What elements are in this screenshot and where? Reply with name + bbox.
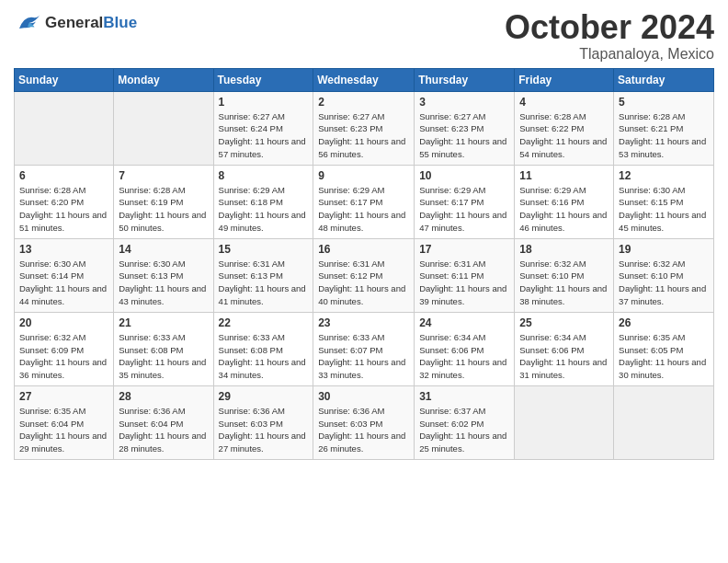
day-number: 28 — [119, 390, 208, 403]
calendar-cell: 25Sunrise: 6:34 AMSunset: 6:06 PMDayligh… — [515, 312, 614, 385]
day-info: Sunrise: 6:32 AMSunset: 6:09 PMDaylight:… — [19, 331, 108, 382]
header-friday: Friday — [515, 68, 614, 91]
day-number: 19 — [619, 243, 709, 256]
calendar-cell: 18Sunrise: 6:32 AMSunset: 6:10 PMDayligh… — [515, 238, 614, 312]
day-number: 17 — [419, 243, 509, 256]
day-info: Sunrise: 6:28 AMSunset: 6:19 PMDaylight:… — [119, 184, 208, 235]
calendar-cell: 29Sunrise: 6:36 AMSunset: 6:03 PMDayligh… — [213, 385, 313, 459]
calendar-cell: 21Sunrise: 6:33 AMSunset: 6:08 PMDayligh… — [114, 312, 213, 385]
week-row-5: 27Sunrise: 6:35 AMSunset: 6:04 PMDayligh… — [15, 385, 714, 459]
calendar-cell: 17Sunrise: 6:31 AMSunset: 6:11 PMDayligh… — [415, 238, 515, 312]
day-info: Sunrise: 6:28 AMSunset: 6:21 PMDaylight:… — [619, 110, 709, 161]
day-info: Sunrise: 6:34 AMSunset: 6:06 PMDaylight:… — [519, 331, 609, 382]
calendar-header: Sunday Monday Tuesday Wednesday Thursday… — [15, 68, 714, 91]
day-number: 8 — [219, 169, 309, 182]
page-container: GeneralBlue October 2024 Tlapanaloya, Me… — [0, 0, 728, 469]
header-saturday: Saturday — [614, 68, 714, 91]
day-number: 20 — [19, 316, 108, 329]
day-info: Sunrise: 6:27 AMSunset: 6:23 PMDaylight:… — [419, 110, 509, 161]
day-number: 4 — [519, 96, 609, 109]
day-info: Sunrise: 6:33 AMSunset: 6:08 PMDaylight:… — [219, 331, 309, 382]
calendar-cell: 10Sunrise: 6:29 AMSunset: 6:17 PMDayligh… — [415, 165, 515, 238]
calendar-cell: 1Sunrise: 6:27 AMSunset: 6:24 PMDaylight… — [213, 91, 313, 165]
day-info: Sunrise: 6:30 AMSunset: 6:13 PMDaylight:… — [119, 258, 208, 308]
day-number: 11 — [519, 169, 609, 182]
calendar-cell: 3Sunrise: 6:27 AMSunset: 6:23 PMDaylight… — [415, 91, 515, 165]
week-row-1: 1Sunrise: 6:27 AMSunset: 6:24 PMDaylight… — [15, 91, 714, 165]
day-number: 30 — [318, 390, 409, 403]
logo-text: GeneralBlue — [45, 14, 137, 32]
day-info: Sunrise: 6:29 AMSunset: 6:16 PMDaylight:… — [519, 184, 609, 235]
week-row-3: 13Sunrise: 6:30 AMSunset: 6:14 PMDayligh… — [15, 238, 714, 312]
day-number: 21 — [119, 316, 208, 329]
day-number: 27 — [19, 390, 108, 403]
calendar-cell: 12Sunrise: 6:30 AMSunset: 6:15 PMDayligh… — [614, 165, 714, 238]
day-info: Sunrise: 6:33 AMSunset: 6:07 PMDaylight:… — [318, 331, 409, 382]
calendar-cell: 16Sunrise: 6:31 AMSunset: 6:12 PMDayligh… — [313, 238, 415, 312]
week-row-4: 20Sunrise: 6:32 AMSunset: 6:09 PMDayligh… — [15, 312, 714, 385]
day-info: Sunrise: 6:27 AMSunset: 6:24 PMDaylight:… — [219, 110, 309, 161]
day-number: 13 — [19, 243, 108, 256]
day-number: 16 — [318, 243, 409, 256]
calendar-cell: 19Sunrise: 6:32 AMSunset: 6:10 PMDayligh… — [614, 238, 714, 312]
calendar-cell: 11Sunrise: 6:29 AMSunset: 6:16 PMDayligh… — [515, 165, 614, 238]
week-row-2: 6Sunrise: 6:28 AMSunset: 6:20 PMDaylight… — [15, 165, 714, 238]
day-info: Sunrise: 6:31 AMSunset: 6:12 PMDaylight:… — [318, 258, 409, 308]
calendar-body: 1Sunrise: 6:27 AMSunset: 6:24 PMDaylight… — [15, 91, 714, 459]
calendar-table: Sunday Monday Tuesday Wednesday Thursday… — [14, 68, 714, 460]
day-info: Sunrise: 6:29 AMSunset: 6:17 PMDaylight:… — [318, 184, 409, 235]
title-block: October 2024 Tlapanaloya, Mexico — [505, 9, 714, 63]
calendar-cell: 5Sunrise: 6:28 AMSunset: 6:21 PMDaylight… — [614, 91, 714, 165]
day-info: Sunrise: 6:32 AMSunset: 6:10 PMDaylight:… — [619, 258, 709, 308]
day-info: Sunrise: 6:30 AMSunset: 6:14 PMDaylight:… — [19, 258, 108, 308]
calendar-cell: 24Sunrise: 6:34 AMSunset: 6:06 PMDayligh… — [415, 312, 515, 385]
day-info: Sunrise: 6:35 AMSunset: 6:04 PMDaylight:… — [19, 405, 108, 455]
day-info: Sunrise: 6:33 AMSunset: 6:08 PMDaylight:… — [119, 331, 208, 382]
day-number: 7 — [119, 169, 208, 182]
header-monday: Monday — [114, 68, 213, 91]
calendar-cell — [114, 91, 213, 165]
calendar-cell: 13Sunrise: 6:30 AMSunset: 6:14 PMDayligh… — [15, 238, 114, 312]
header-tuesday: Tuesday — [213, 68, 313, 91]
calendar-cell: 26Sunrise: 6:35 AMSunset: 6:05 PMDayligh… — [614, 312, 714, 385]
calendar-cell: 23Sunrise: 6:33 AMSunset: 6:07 PMDayligh… — [313, 312, 415, 385]
day-number: 31 — [419, 390, 509, 403]
calendar-cell: 28Sunrise: 6:36 AMSunset: 6:04 PMDayligh… — [114, 385, 213, 459]
header-thursday: Thursday — [415, 68, 515, 91]
day-info: Sunrise: 6:28 AMSunset: 6:20 PMDaylight:… — [19, 184, 108, 235]
calendar-cell: 22Sunrise: 6:33 AMSunset: 6:08 PMDayligh… — [213, 312, 313, 385]
day-info: Sunrise: 6:30 AMSunset: 6:15 PMDaylight:… — [619, 184, 709, 235]
day-info: Sunrise: 6:37 AMSunset: 6:02 PMDaylight:… — [419, 405, 509, 455]
calendar-cell: 4Sunrise: 6:28 AMSunset: 6:22 PMDaylight… — [515, 91, 614, 165]
calendar-cell: 31Sunrise: 6:37 AMSunset: 6:02 PMDayligh… — [415, 385, 515, 459]
header: GeneralBlue October 2024 Tlapanaloya, Me… — [14, 9, 714, 63]
calendar-cell — [614, 385, 714, 459]
calendar-cell: 27Sunrise: 6:35 AMSunset: 6:04 PMDayligh… — [15, 385, 114, 459]
day-info: Sunrise: 6:32 AMSunset: 6:10 PMDaylight:… — [519, 258, 609, 308]
day-info: Sunrise: 6:31 AMSunset: 6:13 PMDaylight:… — [219, 258, 309, 308]
day-number: 2 — [318, 96, 409, 109]
day-number: 12 — [619, 169, 709, 182]
calendar-cell: 14Sunrise: 6:30 AMSunset: 6:13 PMDayligh… — [114, 238, 213, 312]
day-info: Sunrise: 6:31 AMSunset: 6:11 PMDaylight:… — [419, 258, 509, 308]
day-number: 3 — [419, 96, 509, 109]
day-info: Sunrise: 6:35 AMSunset: 6:05 PMDaylight:… — [619, 331, 709, 382]
day-info: Sunrise: 6:36 AMSunset: 6:03 PMDaylight:… — [318, 405, 409, 455]
calendar-cell — [515, 385, 614, 459]
header-sunday: Sunday — [15, 68, 114, 91]
day-number: 25 — [519, 316, 609, 329]
day-number: 10 — [419, 169, 509, 182]
header-row: Sunday Monday Tuesday Wednesday Thursday… — [15, 68, 714, 91]
day-info: Sunrise: 6:28 AMSunset: 6:22 PMDaylight:… — [519, 110, 609, 161]
day-number: 6 — [19, 169, 108, 182]
day-info: Sunrise: 6:29 AMSunset: 6:17 PMDaylight:… — [419, 184, 509, 235]
calendar-cell: 30Sunrise: 6:36 AMSunset: 6:03 PMDayligh… — [313, 385, 415, 459]
logo-bird-icon — [14, 9, 41, 37]
day-info: Sunrise: 6:27 AMSunset: 6:23 PMDaylight:… — [318, 110, 409, 161]
calendar-cell: 8Sunrise: 6:29 AMSunset: 6:18 PMDaylight… — [213, 165, 313, 238]
location: Tlapanaloya, Mexico — [505, 46, 714, 63]
calendar-cell: 7Sunrise: 6:28 AMSunset: 6:19 PMDaylight… — [114, 165, 213, 238]
header-wednesday: Wednesday — [313, 68, 415, 91]
day-number: 18 — [519, 243, 609, 256]
calendar-cell: 6Sunrise: 6:28 AMSunset: 6:20 PMDaylight… — [15, 165, 114, 238]
